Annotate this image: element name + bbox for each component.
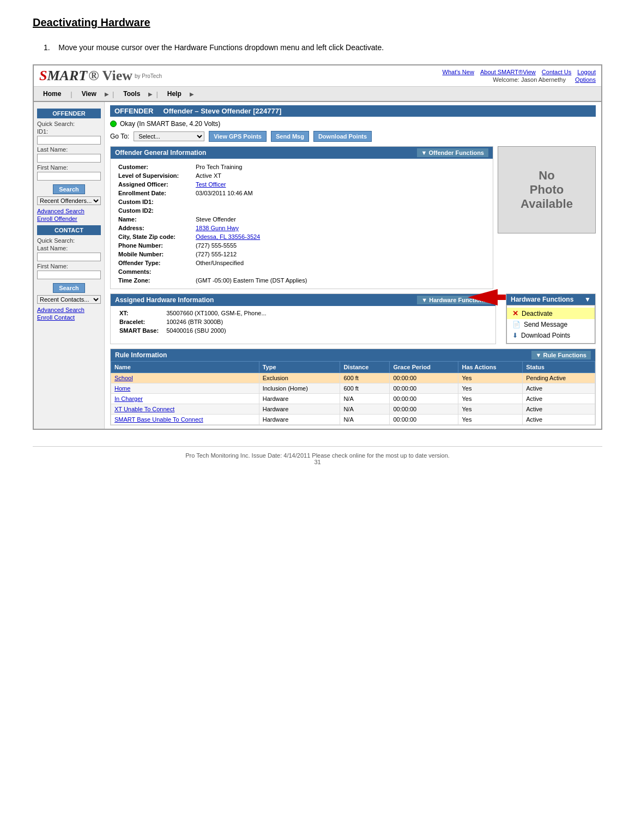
options-link[interactable]: Options — [575, 76, 596, 83]
table-row: Comments: — [116, 268, 487, 275]
rule-table-body: School Exclusion 600 ft 00:00:00 Yes Pen… — [111, 373, 595, 425]
status-dot — [110, 121, 117, 127]
contact-link[interactable]: Contact Us — [542, 69, 571, 75]
offender-header: OFFENDER Offender – Steve Offender [2247… — [110, 105, 596, 117]
offender-functions-dropdown[interactable]: ▼ Offender Functions — [417, 148, 488, 157]
col-distance: Distance — [340, 362, 390, 373]
field-label: Customer: — [116, 163, 192, 171]
app-frame: SMART ® View by ProTech What's New About… — [33, 64, 602, 430]
hw-deactivate-item[interactable]: ✕ Deactivate — [507, 308, 595, 319]
hw-value: 100246 (BTR 3000B) — [163, 318, 269, 326]
last-name-input[interactable] — [37, 154, 101, 163]
rule-grace: 00:00:00 — [390, 415, 458, 425]
offender-title: Offender – Steve Offender [224777] — [164, 107, 282, 115]
about-link[interactable]: About SMART®View — [480, 69, 536, 75]
advanced-search-link[interactable]: Advanced Search — [37, 208, 101, 214]
nav-home[interactable]: Home — [37, 88, 67, 100]
deactivate-icon: ✕ — [512, 309, 518, 317]
field-label: Level of Supervision: — [116, 172, 192, 179]
offender-general-info-box: Offender General Information ▼ Offender … — [110, 146, 493, 289]
enroll-contact-link[interactable]: Enroll Contact — [37, 314, 101, 321]
offender-search-button[interactable]: Search — [53, 184, 85, 194]
field-label: Time Zone: — [116, 277, 192, 284]
download-points-button[interactable]: Download Points — [313, 131, 372, 142]
goto-select[interactable]: Select... — [134, 131, 204, 141]
contact-last-name-input[interactable] — [37, 253, 101, 261]
rule-type: Hardware — [259, 394, 340, 404]
nav-tools[interactable]: Tools — [117, 88, 146, 100]
nav-tools-arrow: ▶ — [148, 91, 153, 97]
rule-status: Active — [523, 394, 595, 404]
first-name-input[interactable] — [37, 172, 101, 181]
rule-functions-btn[interactable]: ▼ Rule Functions — [531, 351, 591, 359]
hw-functions-dropdown-title[interactable]: Hardware Functions ▼ — [506, 294, 595, 305]
footer: Pro Tech Monitoring Inc. Issue Date: 4/1… — [33, 446, 602, 465]
rule-name: SMART Base Unable To Connect — [111, 415, 259, 425]
hw-dropdown-menu: ✕ Deactivate 📄 Send Message ⬇ Download P… — [506, 305, 595, 344]
field-label: City, State Zip code: — [116, 233, 192, 241]
whats-new-link[interactable]: What's New — [443, 69, 474, 75]
arrow-polygon — [468, 289, 506, 305]
field-label: Assigned Officer: — [116, 181, 192, 188]
rule-type: Hardware — [259, 404, 340, 415]
nav-help-arrow: ▶ — [190, 91, 194, 97]
view-gps-button[interactable]: View GPS Points — [209, 131, 267, 142]
table-row: Address:1838 Gunn Hwy — [116, 224, 487, 232]
table-row: Custom ID1: — [116, 198, 487, 206]
field-label: Address: — [116, 224, 192, 232]
right-column: NoPhotoAvailable — [498, 146, 596, 289]
hardware-functions-panel: Hardware Functions ▼ ✕ Deactivate 📄 — [500, 293, 596, 344]
nav-view[interactable]: View — [76, 88, 102, 100]
arrow-indicator — [468, 289, 506, 307]
page-title: Deactivating Hardware — [33, 16, 602, 29]
contact-search-button[interactable]: Search — [53, 283, 85, 293]
nav-help[interactable]: Help — [161, 88, 188, 100]
field-value: 1838 Gunn Hwy — [193, 224, 487, 232]
first-name-label: First Name: — [37, 164, 101, 171]
hw-functions-box: Hardware Functions ▼ ✕ Deactivate 📄 — [506, 293, 596, 344]
rule-grace: 00:00:00 — [390, 373, 458, 383]
rule-grace: 00:00:00 — [390, 404, 458, 415]
rule-distance: N/A — [340, 415, 390, 425]
rule-grace: 00:00:00 — [390, 383, 458, 394]
rule-has-actions: Yes — [458, 404, 523, 415]
logo-smart: SMART — [39, 68, 87, 84]
recent-contacts-select[interactable]: Recent Contacts... — [37, 295, 101, 304]
rule-has-actions: Yes — [458, 394, 523, 404]
rule-info-title-bar: Rule Information ▼ Rule Functions — [111, 349, 595, 361]
field-value: (727) 555-5555 — [193, 242, 487, 249]
table-row: Custom ID2: — [116, 207, 487, 214]
rule-table-header: Name Type Distance Grace Period Has Acti… — [111, 362, 595, 373]
advanced-search-link2[interactable]: Advanced Search — [37, 307, 101, 313]
instruction-text: Move your mouse cursor over the Hardware… — [58, 43, 384, 52]
id1-input[interactable] — [37, 136, 101, 145]
offender-section-title: OFFENDER — [37, 109, 101, 118]
field-label: Custom ID2: — [116, 207, 192, 214]
send-msg-button[interactable]: Send Msg — [271, 131, 309, 142]
table-row: XT Unable To Connect Hardware N/A 00:00:… — [111, 404, 595, 415]
logout-link[interactable]: Logout — [577, 69, 596, 75]
recent-offenders-select[interactable]: Recent Offenders... — [37, 196, 101, 205]
nav-bar: Home | View ▶ | Tools ▶ | Help ▶ — [34, 87, 601, 102]
welcome-text: Welcome: Jason Abernethy Options — [443, 76, 596, 83]
hw-download-points-item[interactable]: ⬇ Download Points — [507, 330, 595, 341]
enroll-offender-link[interactable]: Enroll Offender — [37, 215, 101, 222]
instruction: 1. Move your mouse cursor over the Hardw… — [33, 42, 602, 53]
send-message-icon: 📄 — [512, 321, 521, 328]
hw-value: 50400016 (SBU 2000) — [163, 327, 269, 334]
contact-first-name-input[interactable] — [37, 271, 101, 279]
top-links: What's New About SMART®View Contact Us L… — [443, 69, 596, 83]
rule-distance: N/A — [340, 404, 390, 415]
red-arrow-svg — [468, 289, 506, 305]
photo-box: NoPhotoAvailable — [498, 146, 596, 233]
hw-value: 35007660 (XT1000, GSM-E, Phone... — [163, 309, 269, 317]
table-row: Home Inclusion (Home) 600 ft 00:00:00 Ye… — [111, 383, 595, 394]
assigned-hardware-title: Assigned Hardware Information ▼ Hardware… — [111, 294, 495, 306]
main-content: OFFENDER Offender – Steve Offender [2247… — [105, 102, 601, 429]
field-value: Active XT — [193, 172, 487, 179]
field-value — [193, 207, 487, 214]
table-row: Level of Supervision:Active XT — [116, 172, 487, 179]
rule-status: Pending Active — [523, 373, 595, 383]
logo-view: ® View — [88, 68, 132, 84]
hw-send-message-item[interactable]: 📄 Send Message — [507, 319, 595, 330]
